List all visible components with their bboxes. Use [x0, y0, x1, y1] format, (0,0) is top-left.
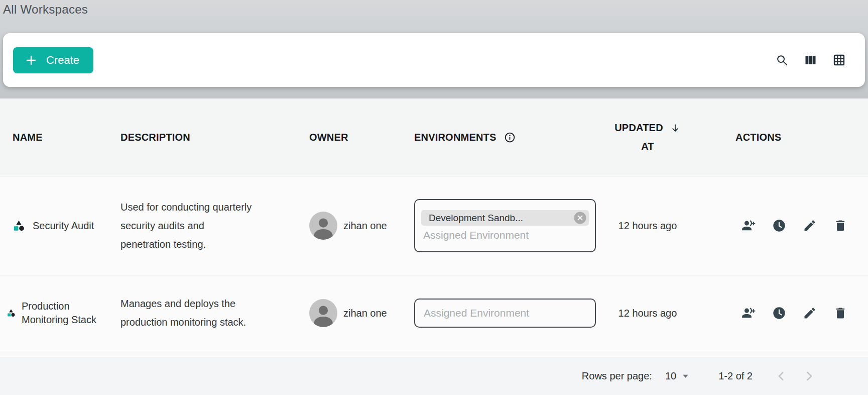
- workspace-description: Used for conducting quarterly security a…: [120, 198, 257, 254]
- previous-page-icon[interactable]: [775, 369, 788, 383]
- pagination-range: 1-2 of 2: [718, 370, 753, 382]
- header-description: DESCRIPTION: [119, 132, 300, 143]
- rows-per-page-value: 10: [665, 370, 676, 382]
- rows-per-page-label: Rows per page:: [582, 370, 652, 382]
- workspaces-table: NAME DESCRIPTION OWNER ENVIRONMENTS UPDA…: [0, 98, 868, 395]
- assigned-environment-select[interactable]: Assigned Environment: [414, 299, 596, 328]
- environment-placeholder: Assigned Environment: [421, 229, 589, 241]
- workspace-name: Production Monitoring Stack: [22, 300, 108, 327]
- edit-icon[interactable]: [803, 306, 817, 320]
- table-bottom-spacer: [0, 351, 868, 357]
- header-updated-at[interactable]: UPDATED AT: [607, 122, 688, 152]
- top-bar: All Workspaces Create: [0, 0, 868, 98]
- workspace-description: Manages and deploys the production monit…: [120, 294, 257, 332]
- owner-avatar: [309, 299, 337, 327]
- create-button-label: Create: [46, 54, 79, 67]
- workspace-category-icon: [7, 309, 16, 318]
- header-actions: ACTIONS: [688, 132, 868, 143]
- sort-descending-icon: [670, 123, 681, 134]
- delete-icon[interactable]: [833, 306, 847, 320]
- environment-chip-label: Development Sandb...: [429, 213, 523, 224]
- header-owner: OWNER: [300, 132, 412, 143]
- updated-at-value: 12 hours ago: [618, 220, 677, 232]
- header-updated-line1: UPDATED: [614, 122, 663, 134]
- toolbar-view-controls: [775, 53, 846, 67]
- assigned-environment-select[interactable]: Development Sandb... Assigned Environmen…: [414, 199, 596, 252]
- owner-name: zihan one: [343, 220, 387, 232]
- environment-chip: Development Sandb...: [421, 210, 589, 226]
- edit-icon[interactable]: [803, 219, 817, 233]
- pagination-bar: Rows per page: 10 1-2 of 2: [0, 357, 868, 395]
- add-user-icon[interactable]: [741, 219, 756, 233]
- chevron-down-icon: [682, 372, 689, 380]
- header-updated-line2: AT: [641, 141, 654, 152]
- next-page-icon[interactable]: [802, 369, 816, 383]
- delete-icon[interactable]: [833, 219, 847, 233]
- history-icon[interactable]: [772, 306, 786, 320]
- toolbar-card: Create: [3, 33, 865, 87]
- owner-avatar: [309, 212, 337, 240]
- rows-per-page-select[interactable]: 10: [665, 370, 689, 382]
- page-title: All Workspaces: [0, 0, 868, 17]
- updated-at-value: 12 hours ago: [618, 308, 677, 319]
- history-icon[interactable]: [772, 219, 786, 233]
- view-columns-icon[interactable]: [804, 53, 817, 67]
- grid-view-icon[interactable]: [832, 53, 846, 67]
- search-icon[interactable]: [775, 53, 789, 67]
- header-environments-label: ENVIRONMENTS: [414, 132, 497, 143]
- add-user-icon[interactable]: [741, 306, 756, 320]
- workspaces-page: All Workspaces Create: [0, 0, 868, 395]
- workspace-name: Security Audit: [33, 219, 94, 233]
- info-icon[interactable]: [504, 132, 516, 143]
- plus-icon: [25, 54, 37, 66]
- owner-name: zihan one: [343, 308, 387, 319]
- table-header-row: NAME DESCRIPTION OWNER ENVIRONMENTS UPDA…: [0, 98, 868, 176]
- chip-remove-icon[interactable]: [574, 212, 586, 224]
- header-environments: ENVIRONMENTS: [412, 132, 607, 143]
- create-button[interactable]: Create: [13, 47, 93, 73]
- workspace-category-icon: [13, 220, 25, 232]
- table-row: Production Monitoring Stack Manages and …: [0, 275, 868, 351]
- environment-placeholder: Assigned Environment: [421, 307, 589, 319]
- header-name: NAME: [0, 132, 119, 143]
- table-row: Security Audit Used for conducting quart…: [0, 176, 868, 275]
